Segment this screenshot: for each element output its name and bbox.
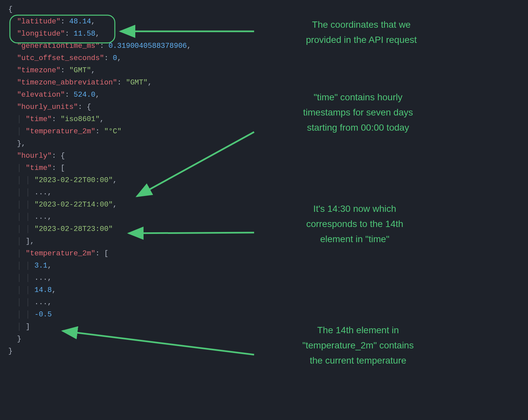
annotation-time-array: "time" contains hourly timestamps for se… — [287, 90, 429, 136]
val-longitude: 11.58 — [74, 30, 95, 38]
key-longitude: "longitude" — [17, 30, 65, 38]
annotation-14th-temp: The 14th element in "temperature_2m" con… — [284, 323, 432, 369]
key-utc-offset: "utc_offset_seconds" — [17, 54, 104, 62]
ellipsis: ... — [34, 213, 48, 221]
key-tz-abbrev: "timezone_abbreviation" — [17, 79, 117, 87]
key-hourly-units: "hourly_units" — [17, 103, 78, 111]
val-hu-time: "iso8601" — [60, 115, 100, 123]
val-hu-temp: "°C" — [104, 127, 121, 136]
key-hu-temp: "temperature_2m" — [26, 127, 95, 136]
val-utc-offset: 0 — [113, 54, 117, 62]
key-hu-time: "time" — [26, 115, 52, 123]
ellipsis: ... — [34, 274, 48, 282]
time-last: "2023-02-28T23:00" — [34, 225, 113, 233]
key-elevation: "elevation" — [17, 91, 65, 99]
val-tz-abbrev: "GMT" — [126, 79, 148, 87]
time-14: "2023-02-22T14:00" — [34, 201, 113, 209]
annotation-coordinates: The coordinates that we provided in the … — [295, 17, 427, 48]
key-h-temp: "temperature_2m" — [26, 249, 95, 258]
key-latitude: "latitude" — [17, 17, 60, 26]
val-generationtime: 0.3190040588378906 — [109, 42, 187, 50]
val-elevation: 524.0 — [74, 91, 95, 99]
val-timezone: "GMT" — [69, 66, 91, 75]
key-timezone: "timezone" — [17, 66, 60, 75]
ellipsis: ... — [34, 188, 48, 197]
key-h-time: "time" — [26, 164, 52, 172]
ellipsis: ... — [34, 298, 48, 307]
key-generationtime: "generationtime_ms" — [17, 42, 100, 50]
time-0: "2023-02-22T00:00" — [34, 176, 113, 184]
temp-0: 3.1 — [34, 262, 48, 270]
key-hourly: "hourly" — [17, 152, 52, 160]
json-code-block: { "latitude": 48.14, "longitude": 11.58,… — [8, 3, 191, 357]
temp-14: 14.8 — [34, 286, 52, 294]
annotation-14th-time: It's 14:30 now which corresponds to the … — [284, 201, 426, 247]
temp-last: -0.5 — [34, 310, 52, 319]
val-latitude: 48.14 — [69, 17, 91, 26]
